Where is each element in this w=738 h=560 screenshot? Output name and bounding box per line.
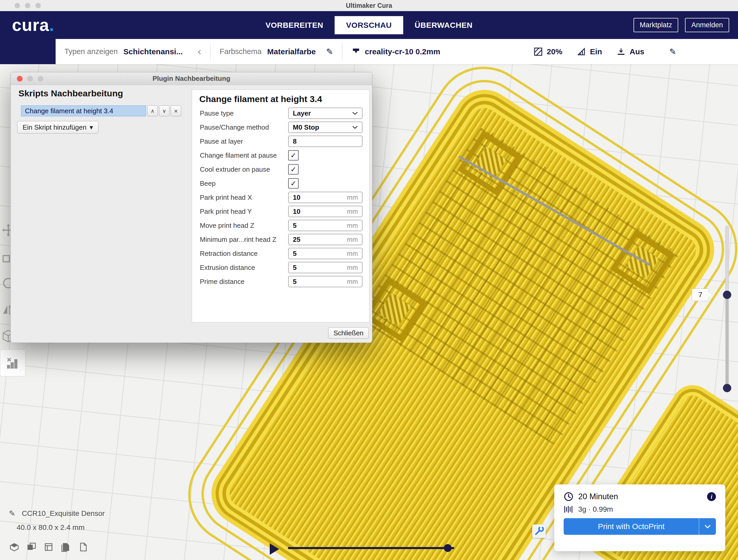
field-label: Pause type — [200, 109, 288, 117]
field-control: 10mm — [288, 206, 363, 217]
printer-profile-icon — [351, 47, 361, 56]
collapse-chevron-icon[interactable]: ‹ — [197, 46, 202, 57]
dialog-close-icon[interactable] — [17, 76, 23, 82]
select-value: Layer — [293, 109, 311, 117]
select-pause-type[interactable]: Layer — [288, 107, 363, 119]
print-options-dropdown[interactable] — [699, 518, 716, 535]
form-row-extrusion-distance: Extrusion distance5mm — [192, 260, 369, 274]
scene-action-icon-3[interactable] — [43, 542, 54, 552]
field-control: 10mm — [288, 192, 363, 203]
info-icon[interactable]: i — [707, 492, 716, 501]
input-unit: mm — [347, 208, 358, 215]
print-time-estimate: 20 Minuten — [578, 492, 618, 501]
field-control: 5mm — [288, 262, 363, 273]
select-pause-change-method[interactable]: M0 Stop — [288, 121, 363, 133]
wrench-button[interactable] — [532, 524, 546, 538]
print-settings-summary[interactable]: creality-cr-10 0.2mm 20% Ein Aus ✎ — [343, 39, 738, 64]
dialog-minimize-icon — [27, 76, 33, 82]
input-value: 25 — [293, 235, 300, 243]
adhesion-icon — [617, 47, 626, 56]
window-title: Ultimaker Cura — [0, 0, 738, 11]
view-type-selector[interactable]: Typen anzeigen Schichtenansi... ‹ — [56, 39, 210, 64]
field-label: Beep — [200, 179, 288, 187]
field-control: ✓ — [288, 164, 363, 174]
field-control: M0 Stop — [288, 121, 363, 133]
field-control: ✓ — [288, 150, 363, 160]
marketplace-button[interactable]: Marktplatz — [634, 18, 679, 32]
layer-slider-lower-handle[interactable] — [723, 384, 731, 392]
checkbox-beep[interactable]: ✓ — [288, 178, 299, 188]
field-control: 5mm — [288, 276, 363, 287]
play-button[interactable] — [270, 543, 279, 555]
script-list: Change filament at height 3.4 ∧ ∨ × — [21, 105, 181, 116]
chevron-down-icon — [352, 112, 358, 115]
tab-ueberwachen[interactable]: ÜBERWACHEN — [403, 16, 484, 34]
tool-popout-panel[interactable] — [0, 349, 25, 376]
move-script-up-button[interactable]: ∧ — [147, 105, 158, 116]
chevron-down-icon — [704, 524, 711, 529]
input-unit: mm — [347, 236, 358, 243]
simulation-slider-track[interactable] — [288, 547, 454, 549]
scene-action-icon-4[interactable] — [60, 542, 71, 552]
input-park-print-head-y[interactable]: 10mm — [288, 206, 363, 217]
form-row-pause-change-method: Pause/Change methodM0 Stop — [192, 120, 369, 134]
input-pause-at-layer[interactable]: 8 — [288, 136, 363, 147]
edit-print-settings-icon[interactable]: ✎ — [669, 47, 676, 57]
script-list-item-selected[interactable]: Change filament at height 3.4 — [21, 105, 146, 116]
tab-vorbereiten[interactable]: VORBEREITEN — [254, 16, 335, 34]
layer-slider-range — [726, 295, 728, 388]
checkbox-cool-extruder-on-pause[interactable]: ✓ — [288, 164, 299, 174]
header-extension — [0, 39, 56, 64]
input-prime-distance[interactable]: 5mm — [288, 276, 363, 287]
form-row-minimum-par-rint-head-z: Minimum par...rint head Z25mm — [192, 232, 369, 246]
dialog-titlebar[interactable]: Plugin Nachbearbeitung — [11, 72, 372, 85]
infill-icon — [534, 47, 542, 56]
field-control: 25mm — [288, 234, 363, 245]
move-script-down-button[interactable]: ∨ — [159, 105, 169, 116]
color-scheme-selector[interactable]: Farbschema Materialfarbe ✎ — [211, 39, 342, 64]
chevron-down-icon — [352, 126, 358, 129]
input-value: 5 — [293, 263, 297, 272]
scene-action-icon-5[interactable] — [77, 542, 88, 552]
post-processing-dialog: Plugin Nachbearbeitung Skripts Nachbearb… — [10, 72, 372, 343]
scripts-heading: Skripts Nachbearbeitung — [18, 88, 123, 98]
input-extrusion-distance[interactable]: 5mm — [288, 262, 363, 273]
field-label: Park print head Y — [200, 207, 288, 215]
print-button-group: Print with OctoPrint — [564, 518, 716, 535]
remove-script-button[interactable]: × — [171, 105, 181, 116]
form-row-pause-type: Pause typeLayer — [192, 106, 369, 120]
tab-vorschau[interactable]: VORSCHAU — [335, 16, 403, 34]
layer-slider-upper-handle[interactable] — [723, 291, 731, 299]
app-header: cura. VORBEREITEN VORSCHAU ÜBERWACHEN Ma… — [0, 11, 738, 39]
form-row-beep: Beep✓ — [192, 176, 369, 190]
input-park-print-head-x[interactable]: 10mm — [288, 192, 363, 203]
input-unit: mm — [347, 194, 358, 201]
input-minimum-par-rint-head-z[interactable]: 25mm — [288, 234, 363, 245]
add-script-button[interactable]: Ein Skript hinzufügen ▾ — [17, 121, 98, 133]
add-script-label: Ein Skript hinzufügen — [23, 123, 86, 131]
field-control: 5mm — [288, 220, 363, 231]
input-move-print-head-z[interactable]: 5mm — [288, 220, 363, 231]
rename-pencil-icon[interactable]: ✎ — [9, 509, 15, 518]
field-label: Change filament at pause — [200, 151, 288, 159]
field-control: 5mm — [288, 248, 363, 259]
close-dialog-button[interactable]: Schließen — [328, 327, 369, 339]
field-control: Layer — [288, 107, 363, 119]
support-value: Ein — [590, 47, 602, 56]
scene-action-icon-2[interactable] — [26, 542, 37, 552]
input-unit: mm — [347, 250, 358, 257]
checkbox-change-filament-at-pause[interactable]: ✓ — [288, 150, 299, 160]
field-label: Move print head Z — [200, 221, 288, 229]
simulation-slider-handle[interactable] — [444, 544, 452, 552]
field-control: ✓ — [288, 178, 363, 188]
form-row-park-print-head-x: Park print head X10mm — [192, 190, 369, 204]
field-control: 8 — [288, 136, 363, 147]
scene-action-icon-1[interactable] — [9, 542, 20, 552]
clock-icon — [564, 492, 574, 502]
print-with-octoprint-button[interactable]: Print with OctoPrint — [564, 518, 699, 535]
model-name: CCR10_Exquisite Densor — [22, 509, 105, 518]
form-row-prime-distance: Prime distance5mm — [192, 274, 369, 289]
signin-button[interactable]: Anmelden — [685, 18, 729, 32]
input-retraction-distance[interactable]: 5mm — [288, 248, 363, 259]
edit-pencil-icon[interactable]: ✎ — [326, 47, 333, 57]
